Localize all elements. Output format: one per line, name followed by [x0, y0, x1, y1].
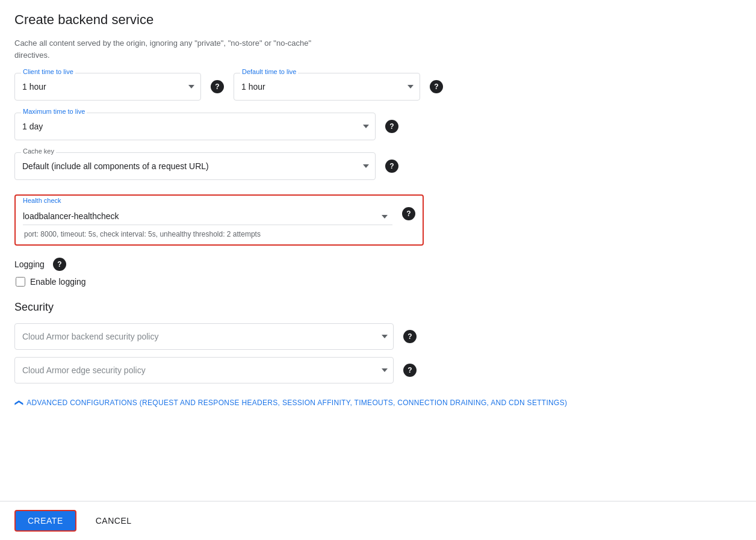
health-check-label: Health check — [23, 197, 61, 204]
footer-bar: CREATE CANCEL — [0, 501, 756, 540]
page-title: Create backend service — [14, 12, 742, 28]
cache-key-select[interactable]: Default (include all components of a req… — [15, 153, 375, 179]
default-ttl-field: Default time to live 1 hour — [234, 73, 420, 101]
logging-section: Logging ? Enable logging — [14, 258, 742, 287]
client-ttl-field: Client time to live 1 hour — [14, 73, 201, 101]
security-section: Security Cloud Armor backend security po… — [14, 301, 742, 383]
max-ttl-label: Maximum time to live — [21, 108, 87, 115]
advanced-config-label: ADVANCED CONFIGURATIONS (REQUEST AND RES… — [26, 399, 567, 407]
chevron-down-icon: ❯ — [13, 399, 23, 406]
default-ttl-label: Default time to live — [240, 68, 298, 75]
client-ttl-select[interactable]: 1 hour — [15, 73, 200, 100]
cancel-button[interactable]: CANCEL — [86, 511, 141, 530]
create-button[interactable]: CREATE — [14, 510, 76, 532]
client-ttl-help-icon[interactable]: ? — [211, 80, 224, 93]
health-check-help-icon[interactable]: ? — [402, 207, 415, 220]
cloud-armor-backend-select[interactable]: Cloud Armor backend security policy — [14, 323, 394, 350]
logging-help-icon[interactable]: ? — [53, 258, 66, 271]
default-ttl-help-icon[interactable]: ? — [430, 80, 443, 93]
cloud-armor-edge-help-icon[interactable]: ? — [403, 364, 417, 377]
cache-key-label: Cache key — [21, 147, 56, 155]
cloud-armor-backend-help-icon[interactable]: ? — [403, 330, 417, 343]
max-ttl-help-icon[interactable]: ? — [385, 120, 398, 133]
logging-title: Logging — [14, 259, 45, 269]
advanced-config-link[interactable]: ❯ ADVANCED CONFIGURATIONS (REQUEST AND R… — [14, 398, 742, 408]
security-title: Security — [14, 301, 742, 314]
cloud-armor-edge-field: Cloud Armor edge security policy — [14, 357, 394, 383]
cloud-armor-edge-select[interactable]: Cloud Armor edge security policy — [14, 357, 394, 383]
cache-description: Cache all content served by the origin, … — [14, 37, 742, 61]
client-ttl-label: Client time to live — [21, 68, 75, 75]
max-ttl-field: Maximum time to live 1 day — [14, 113, 376, 140]
health-check-select[interactable]: loadbalancer-healthcheck — [23, 208, 392, 225]
health-check-section: Health check loadbalancer-healthcheck ? … — [14, 194, 424, 246]
cache-key-field: Cache key Default (include all component… — [14, 152, 376, 180]
enable-logging-label[interactable]: Enable logging — [30, 277, 86, 287]
cloud-armor-backend-field: Cloud Armor backend security policy — [14, 323, 394, 350]
default-ttl-select[interactable]: 1 hour — [234, 73, 420, 100]
health-check-details: port: 8000, timeout: 5s, check interval:… — [23, 230, 415, 238]
max-ttl-select[interactable]: 1 day — [15, 113, 375, 140]
enable-logging-checkbox[interactable] — [16, 277, 25, 287]
cache-key-help-icon[interactable]: ? — [385, 160, 398, 173]
